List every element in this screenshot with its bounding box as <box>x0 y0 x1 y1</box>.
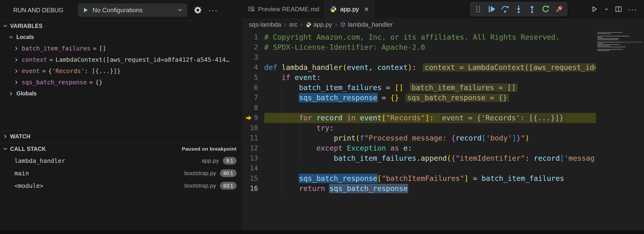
step-over-button[interactable] <box>499 3 512 15</box>
group-label: Globals <box>16 90 36 97</box>
run-python-file-icon <box>591 6 598 12</box>
restart-button[interactable] <box>539 3 552 15</box>
close-icon[interactable]: × <box>364 5 369 13</box>
code-line-10[interactable]: 10 try: <box>242 123 596 133</box>
line-number[interactable]: 11 <box>242 133 264 143</box>
variable-batch-item-failures[interactable]: batch_item_failures=[] <box>0 43 242 54</box>
minimap-line <box>597 49 642 50</box>
line-number[interactable]: 1 <box>242 32 264 42</box>
frame-name: main <box>14 170 184 177</box>
breadcrumb-item-lambda-handler[interactable]: lambda_handler <box>340 21 392 28</box>
step-out-icon <box>528 5 536 13</box>
variables-section-header[interactable]: VARIABLES <box>0 20 242 31</box>
line-number[interactable]: 12 <box>242 143 264 153</box>
line-number[interactable]: 6 <box>242 83 264 93</box>
breadcrumb-separator-icon: › <box>300 21 303 28</box>
code-line-15[interactable]: 15 sqs_batch_response["batchItemFailures… <box>242 173 596 184</box>
code-line-8[interactable]: 8 <box>242 103 596 113</box>
code-line-6[interactable]: 6 batch_item_failures = []batch_item_fai… <box>242 83 596 93</box>
continue-button[interactable] <box>486 3 498 15</box>
step-into-button[interactable] <box>512 3 525 15</box>
chevron-right-icon <box>2 133 8 139</box>
editor-group: Preview README.mdapp.py× ··· sqs-lambda›… <box>242 0 644 234</box>
code-line-11[interactable]: 11 print(f"Processed message: {record['b… <box>242 133 596 143</box>
variable-sqs-batch-response[interactable]: sqs_batch_response={} <box>0 77 242 88</box>
equals-sign: = <box>42 68 46 75</box>
variable-context[interactable]: context=LambdaContext([aws_request_id=a8… <box>0 54 242 65</box>
code-editor[interactable]: 1# Copyright Amazon.com, Inc. or its aff… <box>242 31 644 234</box>
variable-event[interactable]: event={'Records': [{...}]} <box>0 65 242 77</box>
tab-preview-readme-md[interactable]: Preview README.md <box>242 0 325 18</box>
line-number[interactable]: 8 <box>242 103 264 113</box>
minimap-line <box>597 39 642 40</box>
code-line-13[interactable]: 13 batch_item_failures.append({"itemIden… <box>242 153 596 163</box>
line-number[interactable]: 2 <box>242 42 264 52</box>
variables-group-globals[interactable]: Globals <box>0 88 242 99</box>
frame-name: <module> <box>14 182 184 189</box>
line-number[interactable]: 10 <box>242 123 264 133</box>
breadcrumb-label: app.py <box>313 21 332 28</box>
watch-section-header[interactable]: WATCH <box>0 131 242 142</box>
debug-inline-value: context = LambdaContext([aws_request_id=… <box>422 63 596 72</box>
line-number[interactable]: 4 <box>242 62 264 73</box>
line-number[interactable]: 5 <box>242 73 264 83</box>
line-number[interactable]: 14 <box>242 163 264 173</box>
minimap[interactable] <box>597 32 642 51</box>
minimap-line <box>597 42 642 42</box>
call-stack-section-header[interactable]: CALL STACK Paused on breakpoint <box>0 143 242 154</box>
window-bottom-edge <box>0 231 644 234</box>
code-line-7[interactable]: 7 sqs_batch_response = {}sqs_batch_respo… <box>242 93 596 103</box>
debug-toolbar <box>470 2 568 16</box>
more-actions-icon[interactable]: ··· <box>208 6 218 14</box>
sidebar-header: RUN AND DEBUG No Configurations ··· <box>0 0 242 20</box>
line-number[interactable]: 3 <box>242 52 264 62</box>
chevron-right-icon <box>14 80 19 85</box>
split-editor-button[interactable] <box>613 6 624 12</box>
code-line-9[interactable]: 9 for record in event["Records"]:event =… <box>242 113 596 123</box>
line-number[interactable]: 16 <box>242 184 264 194</box>
debug-config-dropdown[interactable]: No Configurations <box>78 3 187 16</box>
disconnect-button[interactable] <box>553 3 565 15</box>
code-line-3[interactable]: 3 <box>242 52 596 62</box>
breadcrumb-item-src[interactable]: src <box>289 21 298 28</box>
disconnect-icon <box>555 5 563 13</box>
run-dropdown-chevron-button[interactable] <box>602 6 611 12</box>
breadcrumb-item-app-py[interactable]: app.py <box>306 21 332 28</box>
stack-frame-main[interactable]: mainbootstrap.py60:1 <box>0 167 242 179</box>
minimap-line <box>597 37 642 38</box>
stack-frame-module[interactable]: <module>bootstrap.py63:1 <box>0 179 242 192</box>
run-python-file-button[interactable] <box>589 6 600 12</box>
code-line-5[interactable]: 5 if event: <box>242 73 596 83</box>
line-number[interactable]: 15 <box>242 173 264 184</box>
tab-bar: Preview README.mdapp.py× ··· <box>242 0 644 18</box>
breadcrumb-item-sqs-lambda[interactable]: sqs-lambda <box>249 21 281 28</box>
code-line-2[interactable]: 2# SPDX-License-Identifier: Apache-2.0 <box>242 42 596 52</box>
variable-value: {} <box>95 79 102 86</box>
line-number[interactable]: 7 <box>242 93 264 103</box>
equals-sign: = <box>49 56 53 63</box>
drag-handle-button[interactable] <box>472 3 484 15</box>
code-text: except Exception as e: <box>264 143 412 153</box>
variables-group-locals[interactable]: Locals <box>0 31 242 43</box>
stack-frame-lambda-handler[interactable]: lambda_handlerapp.py9:1 <box>0 154 242 167</box>
step-out-button[interactable] <box>526 3 538 15</box>
step-over-icon <box>501 5 509 13</box>
code-line-16[interactable]: 16 return sqs_batch_response <box>242 184 596 194</box>
line-number[interactable]: 13 <box>242 153 264 163</box>
code-line-4[interactable]: 4def lambda_handler(event, context):cont… <box>242 62 596 73</box>
variable-value: [] <box>99 45 106 52</box>
minimap-line <box>597 38 642 39</box>
tab-label: Preview README.md <box>258 5 319 13</box>
editor-more-actions-button[interactable]: ··· <box>626 5 639 13</box>
code-line-14[interactable]: 14 <box>242 163 596 173</box>
start-debugging-icon[interactable] <box>82 7 89 13</box>
variable-name: sqs_batch_response <box>22 79 87 86</box>
code-text: # Copyright Amazon.com, Inc. or its affi… <box>264 32 560 42</box>
code-line-12[interactable]: 12 except Exception as e: <box>242 143 596 153</box>
watch-pane: WATCH <box>0 131 242 143</box>
gear-icon[interactable] <box>194 6 202 14</box>
variable-value: LambdaContext([aws_request_id=a8fa412f-a… <box>55 56 229 63</box>
code-line-1[interactable]: 1# Copyright Amazon.com, Inc. or its aff… <box>242 32 596 42</box>
frame-file: bootstrap.py <box>184 182 216 189</box>
tab-app-py[interactable]: app.py× <box>325 0 374 18</box>
